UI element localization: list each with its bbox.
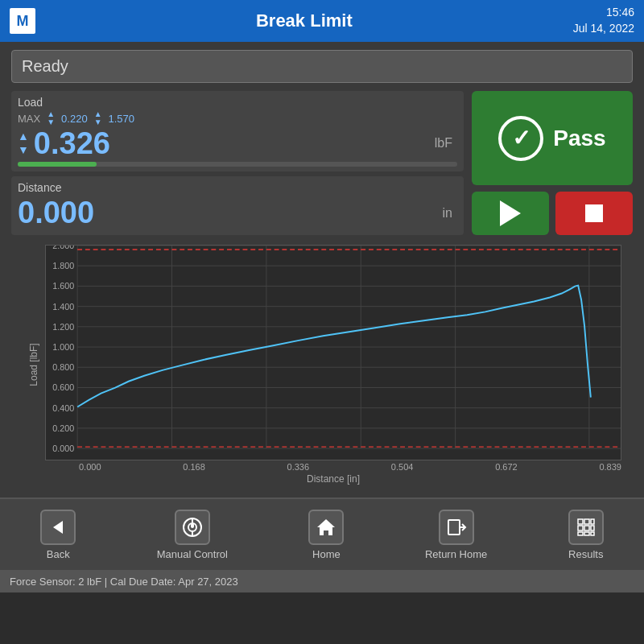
nav-manual-control[interactable]: Manual Control — [149, 505, 236, 565]
load-value-row: ▲▼ 0.326 lbF — [18, 128, 457, 159]
svg-rect-43 — [578, 526, 583, 530]
svg-text:1.000: 1.000 — [52, 342, 74, 352]
svg-text:0.600: 0.600 — [52, 382, 74, 392]
action-buttons — [472, 192, 633, 235]
svg-rect-41 — [584, 519, 589, 524]
pass-text: Pass — [553, 126, 605, 151]
distance-value-row: 0.000 in — [18, 196, 457, 230]
pass-indicator: ✓ Pass — [472, 91, 633, 185]
results-icon — [568, 510, 604, 545]
status-bar-text: Force Sensor: 2 lbF | Cal Due Date: Apr … — [10, 576, 238, 588]
svg-rect-46 — [578, 532, 583, 535]
svg-text:0.200: 0.200 — [52, 423, 74, 433]
controls-row: Load MAX ▲▼ 0.220 ▲▼ 1.570 ▲▼ 0.326 lbF — [11, 91, 633, 235]
y-axis-label: Load [lbF] — [28, 343, 39, 386]
play-button[interactable] — [472, 192, 549, 235]
header: M Break Limit 15:46 Jul 14, 2022 — [0, 0, 644, 42]
status-bar: Force Sensor: 2 lbF | Cal Due Date: Apr … — [0, 570, 644, 592]
svg-rect-47 — [584, 532, 589, 535]
distance-unit: in — [443, 206, 457, 221]
svg-text:0.400: 0.400 — [52, 403, 74, 413]
svg-rect-42 — [591, 519, 594, 524]
svg-marker-37 — [317, 519, 335, 535]
distance-label: Distance — [18, 181, 457, 194]
load-value2: 1.570 — [109, 113, 135, 125]
svg-text:1.400: 1.400 — [52, 302, 74, 312]
svg-marker-31 — [53, 521, 63, 534]
x-axis-label: Distance [in] — [45, 473, 621, 485]
nav-manual-label: Manual Control — [157, 548, 228, 560]
load-progress-bar — [18, 162, 457, 167]
brand-logo: M — [10, 8, 35, 34]
svg-text:1.200: 1.200 — [52, 322, 74, 332]
svg-text:1.600: 1.600 — [52, 281, 74, 291]
svg-text:0.000: 0.000 — [52, 444, 74, 453]
x-axis-labels: 0.000 0.168 0.336 0.504 0.672 0.839 — [45, 460, 621, 472]
nav-back[interactable]: Back — [32, 505, 84, 565]
chart-area: 2.000 1.800 1.600 1.400 1.200 1.000 0.80… — [45, 245, 621, 460]
distance-section: Distance 0.000 in — [11, 176, 464, 235]
right-panel: ✓ Pass — [472, 91, 633, 235]
svg-rect-48 — [591, 532, 594, 535]
load-main-value: 0.326 — [34, 128, 110, 159]
svg-text:2.000: 2.000 — [52, 246, 74, 250]
back-icon — [40, 510, 76, 545]
load-arrows-small2: ▲▼ — [94, 110, 102, 126]
load-arrows-small: ▲▼ — [47, 110, 55, 126]
svg-rect-0 — [46, 246, 621, 460]
stop-button[interactable] — [555, 192, 633, 235]
svg-rect-44 — [584, 526, 589, 530]
footer-nav: Back Manual Control Home — [0, 497, 644, 570]
nav-return-home-label: Return Home — [425, 548, 487, 560]
left-panel: Load MAX ▲▼ 0.220 ▲▼ 1.570 ▲▼ 0.326 lbF — [11, 91, 464, 235]
home-icon — [308, 510, 344, 545]
stop-icon — [585, 204, 603, 222]
svg-text:0.800: 0.800 — [52, 362, 74, 372]
manual-control-icon — [175, 510, 210, 545]
return-home-icon — [439, 510, 474, 545]
play-icon — [500, 200, 521, 226]
svg-rect-45 — [591, 526, 594, 530]
svg-rect-40 — [578, 519, 583, 524]
load-arrows-big: ▲▼ — [18, 130, 29, 157]
load-section: Load MAX ▲▼ 0.220 ▲▼ 1.570 ▲▼ 0.326 lbF — [11, 91, 464, 171]
chart-container: Load [lbF] — [11, 238, 633, 489]
distance-main-value: 0.000 — [18, 196, 94, 230]
page-title: Break Limit — [256, 10, 353, 31]
chart-svg: 2.000 1.800 1.600 1.400 1.200 1.000 0.80… — [46, 246, 621, 460]
nav-results-label: Results — [568, 548, 603, 560]
svg-rect-36 — [191, 523, 194, 528]
nav-home[interactable]: Home — [300, 505, 352, 565]
load-value1: 0.220 — [61, 113, 88, 125]
main-content: Ready Load MAX ▲▼ 0.220 ▲▼ 1.570 ▲▼ 0.32… — [0, 42, 644, 497]
y-axis-label-container: Load [lbF] — [23, 245, 45, 485]
status-display: Ready — [11, 50, 633, 83]
load-unit: lbF — [435, 136, 457, 151]
max-label: MAX — [18, 113, 40, 125]
header-datetime: 15:46 Jul 14, 2022 — [573, 5, 634, 36]
svg-text:1.800: 1.800 — [52, 261, 74, 270]
nav-results[interactable]: Results — [560, 505, 612, 565]
load-meta: MAX ▲▼ 0.220 ▲▼ 1.570 — [18, 110, 457, 126]
nav-back-label: Back — [47, 548, 70, 560]
nav-return-home[interactable]: Return Home — [417, 505, 495, 565]
check-icon: ✓ — [512, 125, 530, 151]
load-progress-fill — [18, 162, 97, 167]
pass-circle: ✓ — [498, 116, 543, 161]
nav-home-label: Home — [312, 548, 341, 560]
load-label: Load — [18, 96, 457, 109]
svg-rect-38 — [448, 520, 460, 535]
